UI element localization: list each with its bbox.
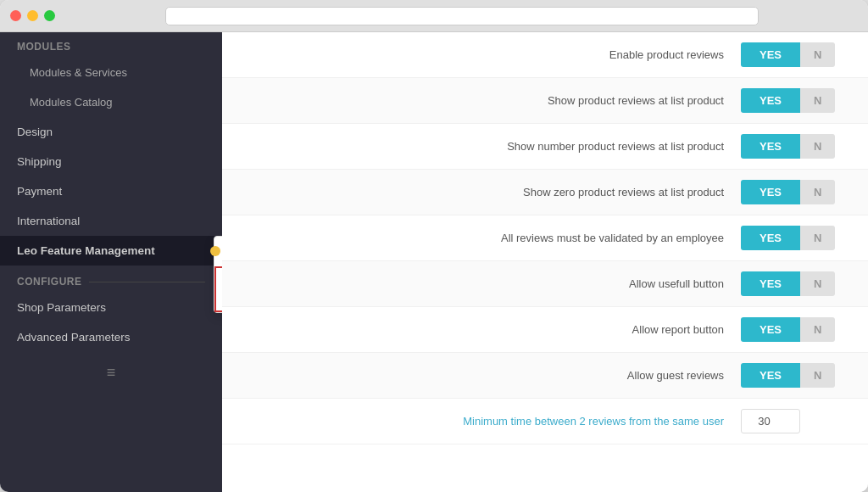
setting-controls-min-time	[741, 409, 843, 433]
settings-table: Enable product reviews YES N Show produc…	[222, 32, 868, 444]
table-row: Show zero product reviews at list produc…	[222, 170, 868, 215]
close-button[interactable]	[10, 10, 21, 21]
yes-button-validate-employee[interactable]: YES	[741, 226, 800, 250]
setting-controls-allow-report: YES N	[741, 317, 843, 342]
yes-button-show-reviews-list[interactable]: YES	[741, 88, 800, 113]
setting-controls-show-number-reviews: YES N	[741, 134, 843, 159]
sidebar: Modules Modules & Services Modules Catal…	[0, 32, 222, 492]
main-content: Enable product reviews YES N Show produc…	[222, 32, 868, 492]
sidebar-item-modules-catalog[interactable]: Modules Catalog	[0, 87, 222, 117]
no-button-show-zero-reviews[interactable]: N	[800, 180, 835, 204]
setting-controls-enable-reviews: YES N	[741, 42, 843, 67]
setting-controls-show-reviews-list: YES N	[741, 88, 843, 113]
setting-controls-validate-employee: YES N	[741, 226, 843, 250]
setting-controls-allow-guest: YES N	[741, 363, 843, 388]
table-row: Show number product reviews at list prod…	[222, 124, 868, 170]
no-button-enable-reviews[interactable]: N	[800, 42, 835, 67]
setting-label-allow-useful: Allow usefull button	[239, 277, 741, 290]
maximize-button[interactable]	[44, 10, 55, 21]
setting-label-allow-guest: Allow guest reviews	[239, 369, 741, 382]
titlebar	[0, 0, 868, 32]
setting-controls-allow-useful: YES N	[741, 271, 843, 296]
sidebar-item-advanced-parameters[interactable]: Advanced Parameters	[0, 322, 222, 352]
no-button-show-number-reviews[interactable]: N	[800, 134, 835, 159]
no-button-show-reviews-list[interactable]: N	[800, 88, 835, 113]
configure-header: CONFIGURE	[0, 266, 222, 293]
sidebar-item-payment[interactable]: Payment	[0, 176, 222, 206]
table-row: All reviews must be validated by an empl…	[222, 215, 868, 261]
table-row: Minimum time between 2 reviews from the …	[222, 399, 868, 444]
yes-button-allow-useful[interactable]: YES	[741, 271, 800, 296]
min-time-input[interactable]	[741, 409, 800, 433]
table-row: Enable product reviews YES N	[222, 32, 868, 78]
table-row: Allow guest reviews YES N	[222, 353, 868, 399]
setting-label-show-zero-reviews: Show zero product reviews at list produc…	[239, 186, 741, 198]
hamburger-icon[interactable]: ≡	[0, 352, 222, 394]
dropdown-dot	[210, 246, 220, 256]
no-button-validate-employee[interactable]: N	[800, 226, 835, 250]
setting-label-allow-report: Allow report button	[239, 323, 741, 336]
sidebar-item-modules-services[interactable]: Modules & Services	[0, 58, 222, 87]
table-row: Show product reviews at list product YES…	[222, 78, 868, 124]
yes-button-show-number-reviews[interactable]: YES	[741, 134, 800, 159]
sidebar-item-shop-parameters[interactable]: Shop Parameters	[0, 293, 222, 322]
setting-label-show-number-reviews: Show number product reviews at list prod…	[239, 140, 741, 153]
yes-button-show-zero-reviews[interactable]: YES	[741, 180, 800, 204]
setting-controls-show-zero-reviews: YES N	[741, 180, 843, 204]
setting-label-enable-reviews: Enable product reviews	[239, 48, 741, 61]
no-button-allow-guest[interactable]: N	[800, 363, 835, 388]
no-button-allow-useful[interactable]: N	[800, 271, 835, 296]
sidebar-item-international[interactable]: International	[0, 206, 222, 236]
modules-header: Modules	[0, 32, 222, 58]
sidebar-item-leo-feature-management[interactable]: Leo Feature Management	[0, 236, 222, 266]
setting-label-validate-employee: All reviews must be validated by an empl…	[239, 232, 741, 244]
table-row: Allow report button YES N	[222, 307, 868, 353]
dropdown-container: Leo Feature Management Leo Feature Confi…	[0, 236, 222, 266]
app-body: Modules Modules & Services Modules Catal…	[0, 32, 868, 492]
setting-label-show-reviews-list: Show product reviews at list product	[239, 94, 741, 107]
yes-button-enable-reviews[interactable]: YES	[741, 42, 800, 67]
table-row: Allow usefull button YES N	[222, 261, 868, 307]
app-window: Modules Modules & Services Modules Catal…	[0, 0, 868, 492]
no-button-allow-report[interactable]: N	[800, 317, 835, 342]
setting-label-min-time: Minimum time between 2 reviews from the …	[239, 415, 741, 428]
sidebar-item-shipping[interactable]: Shipping	[0, 147, 222, 176]
url-bar[interactable]	[165, 7, 759, 25]
yes-button-allow-guest[interactable]: YES	[741, 363, 800, 388]
traffic-lights	[10, 10, 55, 21]
dropdown-item-product-review-management[interactable]: Product Review Management 1	[214, 266, 222, 312]
yes-button-allow-report[interactable]: YES	[741, 317, 800, 342]
minimize-button[interactable]	[27, 10, 38, 21]
sidebar-item-design[interactable]: Design	[0, 117, 222, 147]
